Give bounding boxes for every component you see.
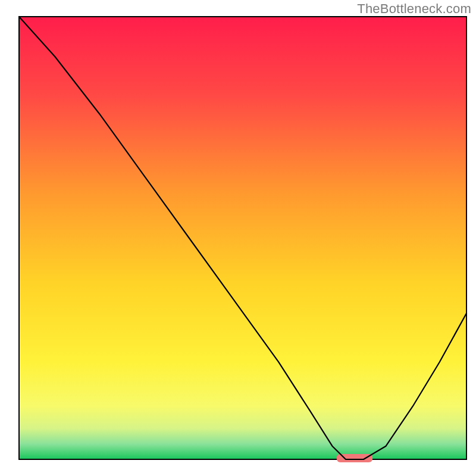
watermark-text: TheBottleneck.com — [357, 1, 471, 17]
plot-background — [19, 17, 466, 459]
plot-area — [19, 17, 466, 462]
chart-frame: TheBottleneck.com — [0, 0, 476, 476]
chart-svg — [0, 0, 476, 476]
